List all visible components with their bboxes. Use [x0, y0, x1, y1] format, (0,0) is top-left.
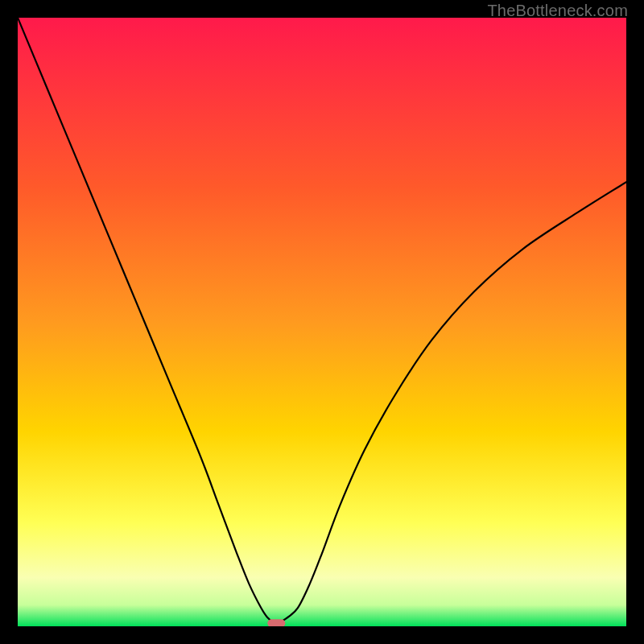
chart-svg [18, 18, 626, 626]
watermark-text: TheBottleneck.com [487, 2, 628, 20]
plot-area [18, 18, 626, 626]
gradient-background [18, 18, 626, 626]
chart-container: TheBottleneck.com [0, 0, 644, 644]
minimum-marker [267, 619, 285, 626]
